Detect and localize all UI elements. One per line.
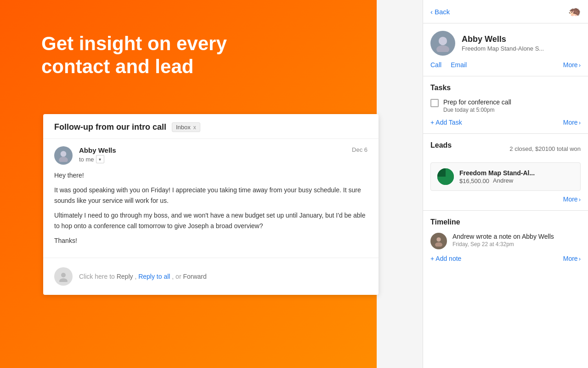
timeline-more-chevron-icon: › (579, 255, 581, 262)
svg-point-8 (436, 237, 441, 242)
leads-header: Leads 2 closed, $20100 total won (430, 141, 581, 156)
contact-name: Abby Wells (462, 34, 544, 44)
svg-point-0 (61, 151, 67, 157)
timeline-date: Friday, Sep 22 at 4:32pm (452, 241, 554, 247)
message-line-1: Hey there! (54, 170, 368, 180)
leads-title: Leads (430, 141, 452, 150)
leads-more-button[interactable]: More › (563, 196, 581, 203)
message-line-3: Ultimately I need to go through my boss,… (54, 210, 368, 231)
email-message: Abby Wells to me ▾ Dec 6 Hey there! It w… (43, 139, 379, 258)
inbox-badge: Inbox x (172, 122, 200, 132)
email-header: Follow-up from our intro call Inbox x (43, 114, 379, 139)
back-chevron-icon: ‹ (430, 8, 433, 16)
reply-link[interactable]: Reply (117, 273, 133, 280)
call-button[interactable]: Call (430, 61, 441, 69)
add-note-button[interactable]: + Add note (430, 255, 461, 262)
task-details: Prep for conference call Due today at 5:… (443, 98, 511, 113)
headline-line2: contact and lead (41, 55, 227, 78)
contact-avatar (430, 31, 455, 56)
contact-info: Abby Wells Freedom Map Stand-Alone S... (462, 34, 544, 52)
tasks-more-label: More (563, 119, 578, 126)
svg-point-4 (439, 37, 447, 45)
reply-all-link[interactable]: Reply to all (138, 273, 170, 280)
crm-content: Abby Wells Freedom Map Stand-Alone S... … (423, 23, 588, 368)
lead-card[interactable]: Freedom Map Stand-Al... $16,500.00 Andre… (430, 162, 581, 191)
back-button[interactable]: ‹ Back (430, 8, 450, 16)
email-subject: Follow-up from our intro call (54, 122, 166, 132)
sender-name: Abby Wells (79, 146, 345, 154)
message-line-2: It was good speaking with you on Friday!… (54, 185, 368, 206)
add-task-button[interactable]: + Add Task (430, 119, 462, 126)
reply-area: Click here to Reply , Reply to all , or … (43, 258, 379, 295)
back-label: Back (435, 8, 450, 16)
reply-input-area[interactable]: Click here to Reply , Reply to all , or … (79, 273, 368, 280)
contact-more-label: More (563, 61, 578, 69)
contact-row: Abby Wells Freedom Map Stand-Alone S... (430, 31, 581, 56)
email-card: Follow-up from our intro call Inbox x Ab… (43, 114, 379, 295)
svg-point-3 (59, 278, 68, 282)
tasks-more-chevron-icon: › (579, 119, 581, 126)
tasks-footer: + Add Task More › (430, 119, 581, 126)
task-checkbox[interactable] (430, 99, 439, 107)
timeline-title: Timeline (430, 218, 581, 226)
timeline-details: Andrew wrote a note on Abby Wells Friday… (452, 233, 554, 249)
to-dropdown[interactable]: ▾ (96, 155, 104, 163)
leads-more-chevron-icon: › (579, 196, 581, 203)
crm-logo-icon: 🦔 (568, 6, 581, 17)
lead-person: Andrew (493, 177, 513, 184)
lead-name: Freedom Map Stand-Al... (459, 169, 535, 177)
timeline-avatar (430, 233, 447, 249)
comma-separator: , (135, 273, 138, 280)
timeline-footer: + Add note More › (430, 255, 581, 262)
sender-avatar (54, 146, 73, 165)
task-text: Prep for conference call (443, 98, 511, 106)
message-date: Dec 6 (352, 146, 368, 153)
contact-more-button[interactable]: More › (563, 61, 581, 69)
leads-section: Leads 2 closed, $20100 total won Freedom… (423, 134, 588, 211)
timeline-entry: Andrew wrote a note on Abby Wells Friday… (430, 233, 581, 249)
svg-point-5 (436, 45, 449, 52)
lead-details: $16,500.00 Andrew (459, 177, 535, 184)
lead-amount: $16,500.00 (459, 178, 489, 184)
sender-to: to me ▾ (79, 155, 345, 163)
or-separator: , or (172, 273, 183, 280)
reply-avatar (54, 267, 73, 286)
contact-section: Abby Wells Freedom Map Stand-Alone S... … (423, 23, 588, 76)
svg-point-1 (59, 157, 68, 162)
task-due: Due today at 5:00pm (443, 107, 511, 113)
crm-header: ‹ Back 🦔 (423, 0, 588, 23)
email-body: Abby Wells to me ▾ Dec 6 Hey there! It w… (43, 139, 379, 295)
more-chevron-icon: › (579, 62, 581, 69)
email-button[interactable]: Email (451, 61, 467, 69)
leads-summary: 2 closed, $20100 total won (509, 145, 581, 152)
timeline-note-text: Andrew wrote a note on Abby Wells (452, 233, 554, 240)
leads-more-label: More (563, 196, 578, 203)
contact-actions: Call Email More › (430, 61, 581, 69)
inbox-label: Inbox (176, 124, 191, 131)
lead-info: Freedom Map Stand-Al... $16,500.00 Andre… (459, 169, 535, 184)
crm-panel: ‹ Back 🦔 Abby Wells Freedom Map Stand-Al… (423, 0, 588, 368)
close-badge-button[interactable]: x (193, 124, 196, 131)
forward-link[interactable]: Forward (183, 273, 206, 280)
headline-line1: Get insight on every (41, 32, 227, 55)
task-item: Prep for conference call Due today at 5:… (430, 98, 581, 113)
timeline-more-label: More (563, 255, 578, 262)
timeline-section: Timeline Andrew wrote a note on Abby Wel… (423, 211, 588, 270)
message-meta: Abby Wells to me ▾ Dec 6 (54, 146, 368, 165)
tasks-section: Tasks Prep for conference call Due today… (423, 76, 588, 134)
tasks-more-button[interactable]: More › (563, 119, 581, 126)
timeline-more-button[interactable]: More › (563, 255, 581, 262)
lead-icon (437, 168, 454, 185)
message-info: Abby Wells to me ▾ (79, 146, 345, 163)
message-text: Hey there! It was good speaking with you… (54, 170, 368, 246)
to-label: to me (79, 156, 94, 163)
headline: Get insight on every contact and lead (41, 32, 227, 79)
message-line-4: Thanks! (54, 236, 368, 246)
contact-company: Freedom Map Stand-Alone S... (462, 45, 544, 52)
tasks-title: Tasks (430, 84, 581, 92)
click-here-text: Click here to (79, 273, 117, 280)
svg-point-2 (61, 273, 66, 277)
leads-footer: More › (430, 196, 581, 203)
